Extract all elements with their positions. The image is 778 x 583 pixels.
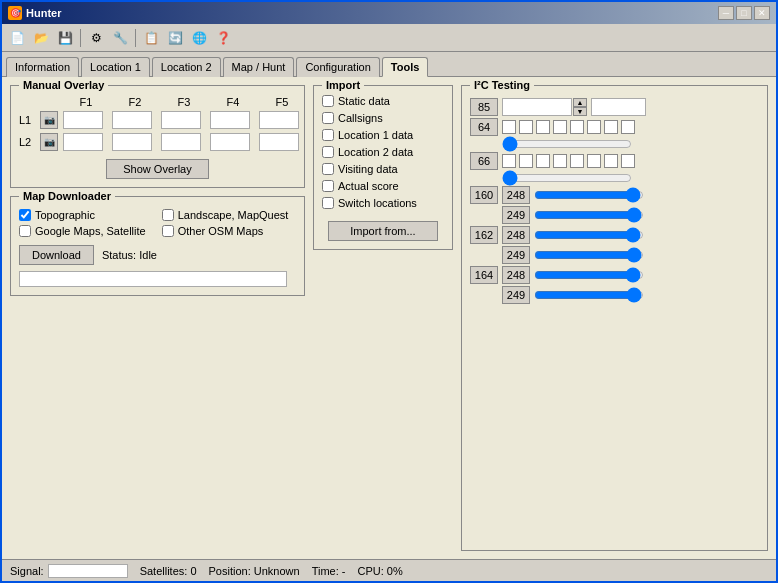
l2-icon-button[interactable]: 📷	[40, 133, 58, 151]
check-64-8[interactable]	[621, 120, 635, 134]
static-data-checkbox[interactable]	[322, 95, 334, 107]
pc-val-249-3: 249	[502, 286, 530, 304]
google-maps-checkbox[interactable]	[19, 225, 31, 237]
open-button[interactable]: 📂	[30, 27, 52, 49]
tabs-bar: Information Location 1 Location 2 Map / …	[2, 52, 776, 76]
slider-66[interactable]	[502, 172, 632, 184]
checkboxes-66	[502, 154, 635, 168]
location1-data-label: Location 1 data	[338, 129, 413, 141]
pc-neg-value[interactable]: -28.899	[591, 98, 646, 116]
help-button[interactable]: ❓	[212, 27, 234, 49]
l1-icon-button[interactable]: 📷	[40, 111, 58, 129]
tab-map-hunt[interactable]: Map / Hunt	[223, 57, 295, 77]
import-label: Import	[322, 79, 364, 91]
slider-164[interactable]	[534, 269, 644, 281]
pc-top-row: 85 145,662.5 ▲ ▼ -28.899	[470, 98, 759, 116]
check-66-7[interactable]	[604, 154, 618, 168]
slider-162[interactable]	[534, 229, 644, 241]
l1-f1-input[interactable]	[63, 111, 103, 129]
l1-f2-input[interactable]	[112, 111, 152, 129]
slider-160b[interactable]	[534, 209, 644, 221]
location2-data-row: Location 2 data	[322, 146, 444, 158]
landscape-checkbox[interactable]	[162, 209, 174, 221]
check-66-3[interactable]	[536, 154, 550, 168]
tools-button[interactable]: 🔧	[109, 27, 131, 49]
minimize-button[interactable]: ─	[718, 6, 734, 20]
callsigns-checkbox[interactable]	[322, 112, 334, 124]
slider-162b[interactable]	[534, 249, 644, 261]
check-64-3[interactable]	[536, 120, 550, 134]
check-66-1[interactable]	[502, 154, 516, 168]
import-items: Static data Callsigns Location 1 data Lo…	[322, 95, 444, 209]
settings-button[interactable]: ⚙	[85, 27, 107, 49]
spinner-group: 145,662.5 ▲ ▼	[502, 98, 587, 116]
landscape-row: Landscape, MapQuest	[162, 209, 289, 221]
refresh-button[interactable]: 🔄	[164, 27, 186, 49]
pc-testing-content: 85 145,662.5 ▲ ▼ -28.899 64	[470, 98, 759, 304]
pc-row-160: 160 248	[470, 186, 759, 204]
visiting-data-checkbox[interactable]	[322, 163, 334, 175]
pc-row-162b: 249	[470, 246, 759, 264]
pc-row-64: 64	[470, 118, 759, 136]
download-button[interactable]: Download	[19, 245, 94, 265]
l1-f5-input[interactable]	[259, 111, 299, 129]
check-64-2[interactable]	[519, 120, 533, 134]
spin-down-button[interactable]: ▼	[573, 107, 587, 116]
callsigns-label: Callsigns	[338, 112, 383, 124]
clipboard-button[interactable]: 📋	[140, 27, 162, 49]
l2-f1-input[interactable]	[63, 133, 103, 151]
l1-f3-input[interactable]	[161, 111, 201, 129]
check-66-6[interactable]	[587, 154, 601, 168]
status-bar: Signal: Satellites: 0 Position: Unknown …	[2, 559, 776, 581]
slider-164b[interactable]	[534, 289, 644, 301]
location1-data-checkbox[interactable]	[322, 129, 334, 141]
check-66-2[interactable]	[519, 154, 533, 168]
tab-tools[interactable]: Tools	[382, 57, 429, 77]
actual-score-checkbox[interactable]	[322, 180, 334, 192]
manual-overlay-label: Manual Overlay	[19, 79, 108, 91]
other-osm-checkbox[interactable]	[162, 225, 174, 237]
check-64-1[interactable]	[502, 120, 516, 134]
check-66-8[interactable]	[621, 154, 635, 168]
l2-f4-input[interactable]	[210, 133, 250, 151]
status-text: Status: Idle	[102, 249, 157, 261]
l2-f2-input[interactable]	[112, 133, 152, 151]
check-64-6[interactable]	[587, 120, 601, 134]
l2-f3-input[interactable]	[161, 133, 201, 151]
pc-row-162: 162 248	[470, 226, 759, 244]
check-64-5[interactable]	[570, 120, 584, 134]
landscape-label: Landscape, MapQuest	[178, 209, 289, 221]
slider-64[interactable]	[502, 138, 632, 150]
pc-num-64: 64	[470, 118, 498, 136]
web-button[interactable]: 🌐	[188, 27, 210, 49]
actual-score-label: Actual score	[338, 180, 399, 192]
visiting-data-row: Visiting data	[322, 163, 444, 175]
topographic-label: Topographic	[35, 209, 95, 221]
close-button[interactable]: ✕	[754, 6, 770, 20]
header-f5: F5	[259, 96, 305, 108]
l1-f4-input[interactable]	[210, 111, 250, 129]
save-button[interactable]: 💾	[54, 27, 76, 49]
new-button[interactable]: 📄	[6, 27, 28, 49]
tab-location1[interactable]: Location 1	[81, 57, 150, 77]
import-from-button[interactable]: Import from...	[328, 221, 438, 241]
check-64-4[interactable]	[553, 120, 567, 134]
pc-num-162: 162	[470, 226, 498, 244]
l2-label: L2	[19, 136, 37, 148]
show-overlay-button[interactable]: Show Overlay	[106, 159, 208, 179]
tab-configuration[interactable]: Configuration	[296, 57, 379, 77]
spin-up-button[interactable]: ▲	[573, 98, 587, 107]
location2-data-checkbox[interactable]	[322, 146, 334, 158]
pc-spinner-input[interactable]: 145,662.5	[502, 98, 572, 116]
topographic-checkbox[interactable]	[19, 209, 31, 221]
slider-160[interactable]	[534, 189, 644, 201]
check-66-5[interactable]	[570, 154, 584, 168]
check-66-4[interactable]	[553, 154, 567, 168]
switch-locations-checkbox[interactable]	[322, 197, 334, 209]
tab-information[interactable]: Information	[6, 57, 79, 77]
tab-location2[interactable]: Location 2	[152, 57, 221, 77]
l2-f5-input[interactable]	[259, 133, 299, 151]
check-64-7[interactable]	[604, 120, 618, 134]
maximize-button[interactable]: □	[736, 6, 752, 20]
visiting-data-label: Visiting data	[338, 163, 398, 175]
